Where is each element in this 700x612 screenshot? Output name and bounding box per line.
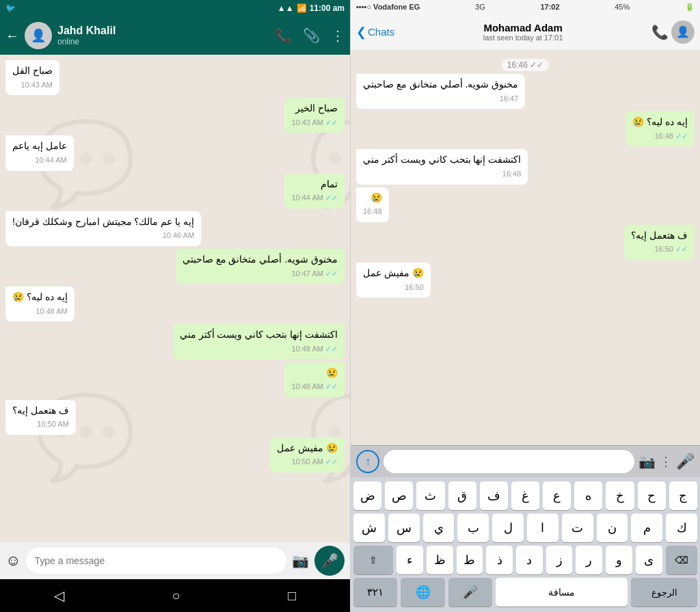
attach-icon-left[interactable]: 📎 xyxy=(303,27,320,44)
battery-label: 45% xyxy=(615,3,630,11)
more-button-right[interactable]: ⋮ xyxy=(660,454,672,469)
message-bubble: صباح الفل 10:43 AM xyxy=(5,60,59,95)
key-م[interactable]: م xyxy=(631,514,662,542)
contact-info-left: Jahd Khalil online xyxy=(57,25,269,46)
input-bar-left: ☺ 📷 🎤 xyxy=(0,542,350,579)
message-bubble: 😢 مفيش عمل 16:50 xyxy=(356,263,431,297)
key-ع[interactable]: ع xyxy=(543,481,571,510)
mic-keyboard-key[interactable]: 🎤 xyxy=(448,578,492,607)
more-icon-left[interactable]: ⋮ xyxy=(331,27,345,44)
chevron-left-icon: ❮ xyxy=(356,25,366,40)
carrier-label: ••••○ Vodafone EG xyxy=(356,3,420,11)
table-row: إيه يا عم مالك؟ مجيتش امبارح وشكلك قرفان… xyxy=(5,211,345,246)
key-د[interactable]: د xyxy=(516,546,543,574)
key-ي[interactable]: ي xyxy=(423,514,455,542)
back-nav-button[interactable]: ◁ xyxy=(54,587,64,604)
share-button-right[interactable]: ↑ xyxy=(356,450,379,473)
message-time: 10:44 AM ✓✓ xyxy=(291,193,338,203)
key-خ[interactable]: خ xyxy=(606,481,634,510)
message-text: إيه ده ليه؟ 😢 xyxy=(632,116,688,129)
chat-area-right[interactable]: 16:46 ✓✓ مخنوق شويه. أصلي متخانق مع صاحب… xyxy=(351,51,700,445)
mic-button-left[interactable]: 🎤 xyxy=(314,546,345,576)
key-ز[interactable]: ز xyxy=(546,546,573,574)
read-tick: ✓✓ xyxy=(325,457,338,466)
call-button-right[interactable]: 📞 xyxy=(651,24,669,40)
message-time: 10:48 AM xyxy=(36,306,67,317)
key-ه[interactable]: ه xyxy=(574,481,602,510)
message-time: 10:50 AM xyxy=(37,419,68,429)
message-time: 16:48 xyxy=(502,169,522,179)
shift-key[interactable]: ⇧ xyxy=(353,546,393,574)
table-row: صباح الفل 10:43 AM xyxy=(5,60,345,95)
key-ب[interactable]: ب xyxy=(457,514,489,542)
contact-name-left: Jahd Khalil xyxy=(57,25,269,37)
message-bubble: إيه ده ليه؟ 😢 10:48 AM xyxy=(5,287,75,321)
key-و[interactable]: و xyxy=(606,546,632,574)
read-tick: ✓✓ xyxy=(325,194,338,202)
left-time: 11:00 am xyxy=(310,3,345,13)
input-area-right: ↑ 📷 ⋮ 🎤 xyxy=(351,445,700,477)
globe-key[interactable]: 🌐 xyxy=(401,578,444,607)
message-bubble: اكتشفت إنها بتحب كاني ويست أكتر مني 16:4… xyxy=(356,149,528,184)
camera-button-right[interactable]: 📷 xyxy=(638,453,656,470)
key-ك[interactable]: ك xyxy=(666,514,697,542)
key-ث[interactable]: ث xyxy=(416,481,444,510)
message-input-left[interactable] xyxy=(26,548,286,574)
space-key[interactable]: مسافة xyxy=(496,578,628,607)
read-tick: ✓✓ xyxy=(325,269,338,278)
back-chats-button[interactable]: ❮ Chats xyxy=(356,25,394,40)
chats-label[interactable]: Chats xyxy=(368,26,394,38)
delete-key[interactable]: ⌫ xyxy=(666,546,697,574)
call-icon-left[interactable]: 📞 xyxy=(275,27,292,44)
key-ت[interactable]: ت xyxy=(562,514,593,542)
key-ف[interactable]: ف xyxy=(480,481,508,510)
return-key[interactable]: الرجوع xyxy=(631,578,697,607)
table-row: عامل إيه ياعم 10:44 AM xyxy=(5,135,345,170)
back-button-left[interactable]: ← xyxy=(5,28,19,44)
message-bubble: تمام 10:44 AM ✓✓ xyxy=(284,174,345,209)
key-ى[interactable]: ى xyxy=(636,546,662,574)
message-time: 10:48 AM ✓✓ xyxy=(291,382,338,392)
emoji-button-left[interactable]: ☺ xyxy=(5,552,21,570)
message-time: 10:50 AM ✓✓ xyxy=(291,457,338,467)
key-ص[interactable]: ص xyxy=(385,481,413,510)
home-nav-button[interactable]: ○ xyxy=(172,588,180,604)
key-ل[interactable]: ل xyxy=(492,514,524,542)
read-tick: ✓✓ xyxy=(325,382,338,390)
table-row: 😢 16:48 xyxy=(356,187,695,222)
camera-button-left[interactable]: 📷 xyxy=(292,553,309,569)
key-ظ[interactable]: ظ xyxy=(427,546,453,574)
mic-button-right[interactable]: 🎤 xyxy=(676,453,695,470)
message-text: عامل إيه ياعم xyxy=(12,139,67,153)
message-text: اكتشفت إنها بتحب كاني ويست أكتر مني xyxy=(363,153,521,167)
numpad-key[interactable]: ٣٢١ xyxy=(353,578,397,607)
contact-status-right: last seen today at 17:01 xyxy=(397,34,649,42)
table-row: إيه ده ليه؟ 😢 10:48 AM xyxy=(5,287,345,321)
key-ن[interactable]: ن xyxy=(597,514,628,542)
key-ح[interactable]: ح xyxy=(638,481,666,510)
chat-area-left[interactable]: صباح الفل 10:43 AM صباح الخير 10:43 AM ✓… xyxy=(0,55,350,542)
key-غ[interactable]: غ xyxy=(511,481,539,510)
recent-nav-button[interactable]: □ xyxy=(288,588,296,604)
message-input-right[interactable] xyxy=(383,450,634,473)
table-row: إيه ده ليه؟ 😢 16:48 ✓✓ xyxy=(356,111,695,146)
key-ج[interactable]: ج xyxy=(669,481,697,510)
key-ء[interactable]: ء xyxy=(396,546,423,574)
key-ض[interactable]: ض xyxy=(353,481,381,510)
message-bubble: إيه يا عم مالك؟ مجيتش امبارح وشكلك قرفان… xyxy=(5,211,201,246)
key-ا[interactable]: ا xyxy=(527,514,558,542)
left-status-icons: ▲▲ 📶 11:00 am xyxy=(278,3,345,13)
message-text: إيه ده ليه؟ 😢 xyxy=(12,291,68,304)
message-text: إيه يا عم مالك؟ مجيتش امبارح وشكلك قرفان… xyxy=(12,215,194,229)
message-time: 10:43 AM ✓✓ xyxy=(291,118,338,128)
status-bar-left: 🐦 ▲▲ 📶 11:00 am xyxy=(0,0,350,16)
key-ط[interactable]: ط xyxy=(457,546,483,574)
key-ر[interactable]: ر xyxy=(576,546,602,574)
key-ق[interactable]: ق xyxy=(448,481,476,510)
read-tick: ✓✓ xyxy=(325,345,338,353)
key-س[interactable]: س xyxy=(388,514,420,542)
keyboard-row-4: ٣٢١ 🌐 🎤 مسافة الرجوع xyxy=(353,578,697,607)
key-ذ[interactable]: ذ xyxy=(486,546,513,574)
message-time: 10:47 AM ✓✓ xyxy=(291,269,338,279)
key-ش[interactable]: ش xyxy=(353,514,385,542)
